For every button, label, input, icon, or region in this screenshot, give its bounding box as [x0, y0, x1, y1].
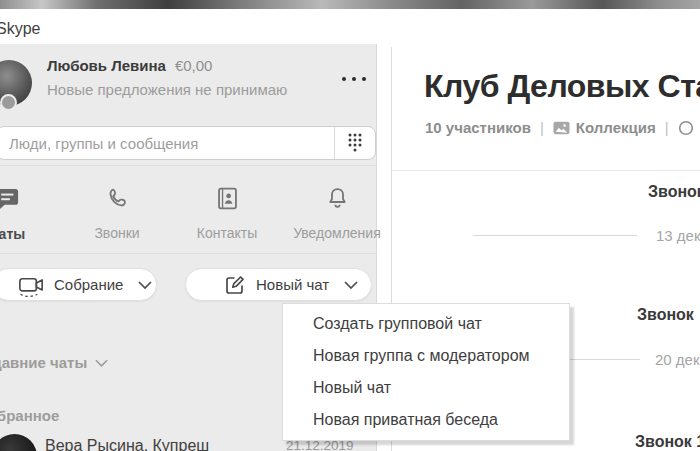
- tab-notifications[interactable]: Уведомления: [282, 170, 392, 242]
- new-chat-label: Новый чат: [256, 276, 329, 293]
- new-chat-dropdown-menu: Создать групповой чат Новая группа с мод…: [282, 303, 570, 441]
- bell-icon: [324, 185, 351, 212]
- chevron-down-icon: [138, 281, 152, 289]
- divider: [392, 170, 700, 171]
- date-divider-label: 13 дек: [656, 227, 700, 244]
- contacts-icon: [214, 185, 241, 212]
- new-chat-button[interactable]: Новый чат: [185, 268, 372, 301]
- title-bar: Skype: [0, 9, 700, 44]
- background-photo-strip: [0, 0, 700, 9]
- separator: |: [665, 119, 669, 136]
- call-event: Звонок 1: [635, 433, 700, 451]
- chevron-down-icon: [95, 359, 108, 367]
- app-title: Skype: [0, 20, 40, 38]
- search-input[interactable]: [0, 127, 334, 159]
- navigation-tabs: Чаты Звонки Контакты: [0, 170, 392, 242]
- gallery-button[interactable]: Коллекция: [553, 119, 656, 136]
- meet-now-button[interactable]: Собрание: [0, 268, 157, 301]
- chat-list-avatar: [0, 434, 37, 451]
- call-event: Звонок: [648, 183, 700, 201]
- chat-list-item[interactable]: Вера Рысина, Купреш: [45, 437, 209, 451]
- phone-icon: [104, 185, 131, 212]
- video-camera-icon: [16, 272, 47, 298]
- separator: |: [540, 119, 544, 136]
- conversation-subtitle: 10 участников | Коллекция |: [425, 119, 694, 136]
- skype-window: Skype Любовь Левина€0,00 Новые предложен…: [0, 0, 700, 451]
- profile-status-message: Новые предложения не принимаю: [47, 81, 287, 98]
- tab-calls-label: Звонки: [94, 225, 139, 241]
- tab-chats[interactable]: Чаты: [0, 170, 62, 242]
- recent-chats-section[interactable]: Недавние чаты: [0, 354, 108, 371]
- menu-item-new-private-conversation[interactable]: Новая приватная беседа: [283, 404, 569, 436]
- profile-name-row[interactable]: Любовь Левина€0,00: [47, 57, 212, 75]
- meet-now-label: Собрание: [54, 276, 123, 293]
- date-divider-label: 20 дек: [655, 351, 700, 368]
- presence-status-icon: [0, 94, 17, 111]
- dialpad-icon: [348, 133, 362, 153]
- menu-item-create-group-chat[interactable]: Создать групповой чат: [283, 308, 569, 340]
- find-button[interactable]: [678, 120, 694, 136]
- tab-chats-label: Чаты: [0, 226, 25, 242]
- conversation-title[interactable]: Клуб Деловых Ста: [424, 68, 700, 105]
- date-divider-line: [473, 235, 637, 236]
- chevron-down-icon: [344, 281, 358, 289]
- participants-count[interactable]: 10 участников: [425, 119, 531, 136]
- profile-name: Любовь Левина: [47, 57, 166, 74]
- tab-notifications-label: Уведомления: [293, 225, 381, 241]
- divider: [0, 253, 377, 254]
- tab-calls[interactable]: Звонки: [62, 170, 172, 242]
- tab-contacts[interactable]: Контакты: [172, 170, 282, 242]
- menu-item-new-chat[interactable]: Новый чат: [283, 372, 569, 404]
- more-options-icon[interactable]: [342, 77, 366, 81]
- recent-chats-label: Недавние чаты: [0, 354, 87, 371]
- compose-icon: [223, 273, 247, 297]
- favorites-section[interactable]: Избранное: [0, 407, 59, 424]
- search-bar: [0, 126, 376, 160]
- favorites-label: Избранное: [0, 407, 59, 424]
- chat-icon: [0, 185, 21, 213]
- gallery-label: Коллекция: [576, 119, 656, 136]
- divider: [0, 165, 377, 166]
- call-event: Звонок: [637, 306, 694, 324]
- gallery-icon: [553, 121, 570, 135]
- dialpad-button[interactable]: [334, 127, 375, 159]
- tab-contacts-label: Контакты: [197, 225, 257, 241]
- menu-item-new-moderated-group[interactable]: Новая группа с модератором: [283, 340, 569, 372]
- search-circle-icon: [678, 120, 694, 136]
- account-balance: €0,00: [175, 57, 213, 74]
